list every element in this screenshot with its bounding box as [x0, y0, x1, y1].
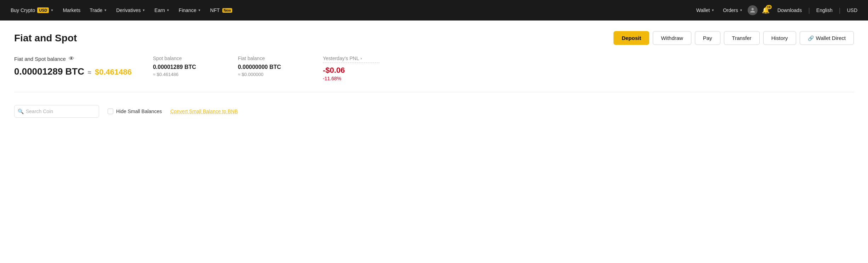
nav-finance[interactable]: Finance ▼	[175, 5, 205, 15]
nav-orders[interactable]: Orders ▼	[719, 5, 746, 15]
fiat-btc: 0.00000000 BTC	[238, 64, 302, 70]
pnl-pct: -11.68%	[323, 76, 379, 81]
nav-nft[interactable]: NFT New	[207, 5, 236, 15]
pnl-chevron-icon: ›	[360, 56, 362, 60]
fiat-usd: ≈ $0.000000	[238, 72, 302, 77]
spot-balance-col: Spot balance 0.00001289 BTC ≈ $0.461486	[153, 55, 217, 77]
action-buttons: Deposit Withdraw Pay Transfer History 🔗 …	[613, 31, 854, 45]
link-icon: 🔗	[808, 35, 814, 41]
wallet-direct-label: Wallet Direct	[816, 35, 846, 41]
nav-earn[interactable]: Earn ▼	[151, 5, 173, 15]
approx-symbol: ≈	[88, 69, 91, 76]
earn-chevron: ▼	[166, 8, 170, 12]
wallet-direct-button[interactable]: 🔗 Wallet Direct	[800, 31, 854, 45]
pnl-value: -$0.06	[323, 66, 379, 75]
trade-label: Trade	[90, 7, 102, 13]
pnl-col: Yesterday's PNL › -$0.06 -11.68%	[323, 55, 379, 81]
nav-wallet[interactable]: Wallet ▼	[693, 5, 718, 15]
spot-label: Spot balance	[153, 55, 217, 61]
transfer-button[interactable]: Transfer	[724, 31, 760, 45]
markets-label: Markets	[63, 7, 80, 13]
buy-crypto-chevron: ▼	[50, 8, 53, 12]
search-input[interactable]	[14, 105, 99, 118]
page-header: Fiat and Spot Deposit Withdraw Pay Trans…	[14, 31, 854, 45]
hide-small-balances-checkbox[interactable]	[108, 109, 113, 114]
filters-row: 🔍 Hide Small Balances Convert Small Bala…	[14, 105, 854, 118]
pnl-label-text: Yesterday's PNL	[323, 55, 359, 61]
nav-markets[interactable]: Markets	[59, 5, 84, 15]
deposit-button[interactable]: Deposit	[613, 31, 649, 45]
hide-small-label-text: Hide Small Balances	[116, 109, 162, 114]
balance-main: Fiat and Spot balance 👁 0.00001289 BTC ≈…	[14, 55, 132, 77]
hide-small-balances-label[interactable]: Hide Small Balances	[108, 109, 162, 114]
balance-label: Fiat and Spot balance 👁	[14, 55, 132, 62]
nav-divider-2: |	[839, 7, 841, 14]
spot-usd: ≈ $0.461486	[153, 72, 217, 77]
notification-count-badge: 19	[766, 5, 772, 9]
usd-badge: USD	[37, 7, 49, 13]
withdraw-button[interactable]: Withdraw	[653, 31, 691, 45]
english-label: English	[816, 7, 833, 13]
nav-right-section: Wallet ▼ Orders ▼ 🔔 19 Downloads | Engli…	[693, 4, 861, 16]
balance-section: Fiat and Spot balance 👁 0.00001289 BTC ≈…	[14, 55, 854, 92]
eye-icon[interactable]: 👁	[69, 55, 74, 62]
finance-label: Finance	[179, 7, 196, 13]
nav-downloads[interactable]: Downloads	[774, 5, 805, 15]
finance-chevron: ▼	[198, 8, 201, 12]
wallet-chevron: ▼	[711, 8, 714, 12]
notifications-bell[interactable]: 🔔 19	[759, 4, 772, 16]
orders-chevron: ▼	[739, 8, 743, 12]
history-button[interactable]: History	[763, 31, 796, 45]
avatar[interactable]	[748, 5, 758, 15]
nav-trade[interactable]: Trade ▼	[86, 5, 110, 15]
usd-label: USD	[847, 7, 857, 13]
search-icon: 🔍	[18, 109, 24, 114]
balance-label-text: Fiat and Spot balance	[14, 56, 66, 62]
balance-amount: 0.00001289 BTC ≈ $0.461486	[14, 66, 132, 77]
navbar: Buy Crypto USD ▼ Markets Trade ▼ Derivat…	[0, 0, 868, 21]
derivatives-chevron: ▼	[142, 8, 145, 12]
wallet-label: Wallet	[696, 7, 710, 13]
nav-divider-1: |	[808, 7, 810, 14]
orders-label: Orders	[723, 7, 738, 13]
downloads-label: Downloads	[777, 7, 802, 13]
pay-button[interactable]: Pay	[695, 31, 720, 45]
spot-btc: 0.00001289 BTC	[153, 64, 217, 70]
convert-small-balance-link[interactable]: Convert Small Balance to BNB	[170, 109, 238, 114]
balance-usd: $0.461486	[95, 68, 132, 77]
nav-english[interactable]: English	[813, 5, 836, 15]
balance-btc: 0.00001289 BTC	[14, 66, 84, 77]
fiat-balance-col: Fiat balance 0.00000000 BTC ≈ $0.000000	[238, 55, 302, 77]
page-title: Fiat and Spot	[14, 33, 77, 44]
nav-buy-crypto[interactable]: Buy Crypto USD ▼	[7, 5, 57, 15]
nft-badge: New	[222, 8, 233, 13]
main-content: Fiat and Spot Deposit Withdraw Pay Trans…	[0, 21, 868, 263]
nft-label: NFT	[210, 7, 220, 13]
nav-usd[interactable]: USD	[843, 5, 861, 15]
trade-chevron: ▼	[104, 8, 107, 12]
derivatives-label: Derivatives	[116, 7, 141, 13]
nav-derivatives[interactable]: Derivatives ▼	[113, 5, 149, 15]
buy-crypto-label: Buy Crypto	[11, 7, 35, 13]
earn-label: Earn	[154, 7, 165, 13]
search-wrap: 🔍	[14, 105, 99, 118]
pnl-label: Yesterday's PNL ›	[323, 55, 379, 63]
fiat-label: Fiat balance	[238, 55, 302, 61]
